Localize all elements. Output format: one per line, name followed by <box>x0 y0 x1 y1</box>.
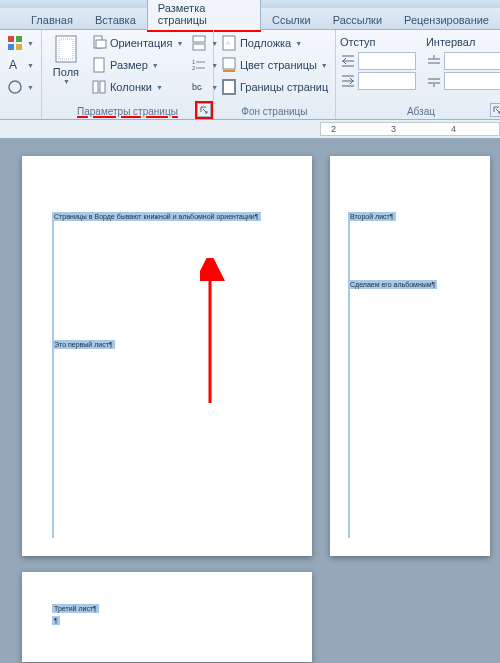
chevron-down-icon: ▼ <box>27 40 34 47</box>
doc-text: Сделаем его альбомным¶ <box>348 280 437 289</box>
ruler-tick: 3 <box>391 124 396 134</box>
spacing-after-input[interactable] <box>444 72 500 90</box>
size-label: Размер <box>110 59 148 71</box>
theme-effects-icon <box>7 79 23 95</box>
page-color-icon <box>221 57 237 73</box>
tab-glavnaya[interactable]: Главная <box>20 10 84 29</box>
columns-label: Колонки <box>110 81 152 93</box>
group-label-paragraph: Абзац <box>340 104 500 119</box>
tab-rassylki[interactable]: Рассылки <box>322 10 393 29</box>
ruler-tick: 4 <box>451 124 456 134</box>
indent-left-input[interactable] <box>358 52 416 70</box>
page-color-button[interactable]: Цвет страницы ▼ <box>218 54 331 76</box>
ribbon-tabs: Главная Вставка Разметка страницы Ссылки… <box>0 8 500 30</box>
document-page-3[interactable]: Третий лист¶ ¶ <box>22 572 312 662</box>
orientation-label: Ориентация <box>110 37 172 49</box>
svg-rect-11 <box>93 81 98 93</box>
svg-text:A: A <box>226 40 230 46</box>
chevron-down-icon: ▼ <box>152 62 159 69</box>
indent-label: Отступ <box>340 36 416 48</box>
spacing-before-icon <box>426 53 442 69</box>
document-area[interactable]: Страницы в Ворде бывают книжной и альбом… <box>0 138 500 663</box>
theme-fonts-button[interactable]: A ▼ <box>4 54 37 76</box>
watermark-label: Подложка <box>240 37 291 49</box>
interval-controls: Интервал <box>426 32 500 104</box>
page-borders-icon <box>221 79 237 95</box>
doc-text: Второй лист¶ <box>348 212 396 221</box>
watermark-icon: A <box>221 35 237 51</box>
svg-rect-14 <box>193 44 205 50</box>
chevron-down-icon: ▼ <box>63 78 70 85</box>
theme-fonts-icon: A <box>7 57 23 73</box>
indent-right-input[interactable] <box>358 72 416 90</box>
svg-text:2: 2 <box>192 65 196 71</box>
doc-marker <box>348 220 350 280</box>
svg-rect-1 <box>16 36 22 42</box>
ruler-tick: 2 <box>331 124 336 134</box>
svg-rect-2 <box>8 44 14 50</box>
polya-button[interactable]: Поля ▼ <box>46 32 86 104</box>
doc-text: Это первый лист¶ <box>52 340 115 349</box>
svg-rect-13 <box>193 36 205 42</box>
breaks-icon <box>191 35 207 51</box>
hyphenation-icon: bc- <box>191 79 207 95</box>
theme-effects-button[interactable]: ▼ <box>4 76 37 98</box>
size-button[interactable]: Размер ▼ <box>88 54 186 76</box>
line-numbers-icon: 12 <box>191 57 207 73</box>
svg-text:A: A <box>9 58 17 72</box>
svg-rect-25 <box>223 80 235 94</box>
svg-rect-0 <box>8 36 14 42</box>
indent-left-icon <box>340 53 356 69</box>
polya-label: Поля <box>53 66 79 78</box>
theme-colors-icon <box>7 35 23 51</box>
ribbon-group-themes: ▼ A ▼ ▼ <box>0 30 42 119</box>
page-size-icon <box>91 57 107 73</box>
columns-button[interactable]: Колонки ▼ <box>88 76 186 98</box>
chevron-down-icon: ▼ <box>295 40 302 47</box>
svg-text:-: - <box>200 84 203 91</box>
margins-icon <box>50 34 82 66</box>
page-borders-button[interactable]: Границы страниц <box>218 76 331 98</box>
chevron-down-icon: ▼ <box>176 40 183 47</box>
doc-text: Страницы в Ворде бывают книжной и альбом… <box>52 212 261 221</box>
svg-rect-24 <box>223 70 235 72</box>
document-page-1[interactable]: Страницы в Ворде бывают книжной и альбом… <box>22 156 312 556</box>
group-label-bg: Фон страницы <box>218 104 331 119</box>
doc-marker <box>348 288 350 538</box>
indent-controls: Отступ <box>340 32 416 104</box>
group-label-themes <box>4 115 37 119</box>
spacing-before-input[interactable] <box>444 52 500 70</box>
group-label-page-setup: Параметры страницы <box>46 104 209 119</box>
page-color-label: Цвет страницы <box>240 59 317 71</box>
ribbon-group-paragraph: Отступ Интервал <box>336 30 500 119</box>
horizontal-ruler[interactable]: 2 3 4 <box>320 122 500 136</box>
tab-ssylki[interactable]: Ссылки <box>261 10 322 29</box>
svg-rect-3 <box>16 44 22 50</box>
document-page-2[interactable]: Второй лист¶ Сделаем его альбомным¶ <box>330 156 490 556</box>
ribbon-group-page-setup: Поля ▼ Ориентация ▼ Размер ▼ <box>42 30 214 119</box>
svg-rect-23 <box>223 58 235 69</box>
orientation-icon <box>91 35 107 51</box>
theme-colors-button[interactable]: ▼ <box>4 32 37 54</box>
svg-rect-9 <box>96 40 106 48</box>
chevron-down-icon: ▼ <box>321 62 328 69</box>
svg-rect-12 <box>100 81 105 93</box>
tab-razmetka[interactable]: Разметка страницы <box>147 0 261 30</box>
svg-point-5 <box>9 81 21 93</box>
doc-marker <box>52 348 54 538</box>
svg-rect-10 <box>94 58 104 72</box>
tab-vstavka[interactable]: Вставка <box>84 10 147 29</box>
columns-icon <box>91 79 107 95</box>
page-borders-label: Границы страниц <box>240 81 328 93</box>
chevron-down-icon: ▼ <box>156 84 163 91</box>
doc-text: ¶ <box>52 616 60 625</box>
watermark-button[interactable]: A Подложка ▼ <box>218 32 331 54</box>
orientation-button[interactable]: Ориентация ▼ <box>88 32 186 54</box>
paragraph-dialog-launcher[interactable] <box>490 103 500 117</box>
tab-retsenz[interactable]: Рецензирование <box>393 10 500 29</box>
interval-label: Интервал <box>426 36 500 48</box>
spacing-after-icon <box>426 73 442 89</box>
ribbon-group-bg: A Подложка ▼ Цвет страницы ▼ Гран <box>214 30 336 119</box>
page-setup-dialog-launcher[interactable] <box>197 103 211 117</box>
indent-right-icon <box>340 73 356 89</box>
